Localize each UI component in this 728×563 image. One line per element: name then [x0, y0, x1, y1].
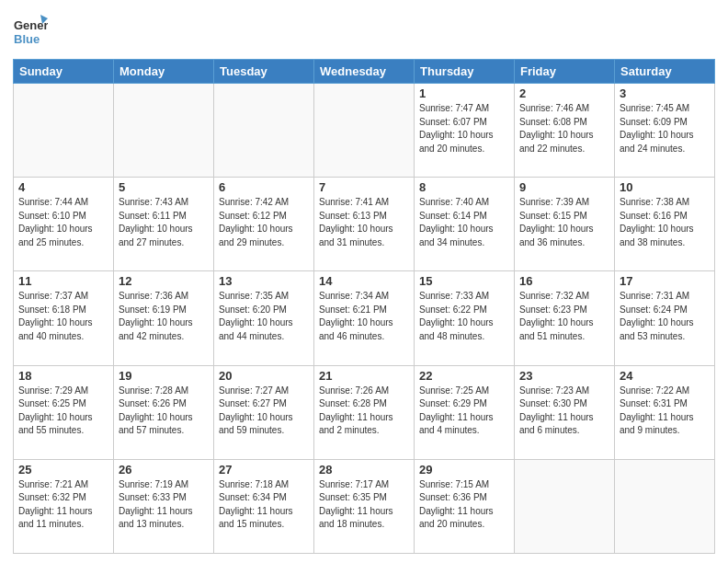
calendar-cell: 13Sunrise: 7:35 AM Sunset: 6:20 PM Dayli… [214, 271, 314, 365]
day-info: Sunrise: 7:23 AM Sunset: 6:30 PM Dayligh… [519, 385, 609, 438]
day-info: Sunrise: 7:21 AM Sunset: 6:32 PM Dayligh… [18, 478, 108, 532]
calendar-cell [14, 84, 114, 178]
day-info: Sunrise: 7:35 AM Sunset: 6:20 PM Dayligh… [219, 290, 309, 343]
day-number: 24 [620, 369, 710, 383]
calendar-cell: 12Sunrise: 7:36 AM Sunset: 6:19 PM Dayli… [114, 271, 214, 365]
day-number: 14 [319, 274, 409, 288]
header: General Blue [13, 9, 715, 53]
day-number: 27 [219, 463, 309, 477]
day-number: 22 [419, 369, 509, 383]
day-number: 23 [519, 369, 609, 383]
day-number: 12 [119, 274, 209, 288]
day-number: 21 [319, 369, 409, 383]
day-info: Sunrise: 7:33 AM Sunset: 6:22 PM Dayligh… [419, 290, 509, 343]
calendar-cell: 27Sunrise: 7:18 AM Sunset: 6:34 PM Dayli… [214, 459, 314, 553]
calendar-week-4: 18Sunrise: 7:29 AM Sunset: 6:25 PM Dayli… [14, 365, 715, 459]
day-number: 13 [219, 274, 309, 288]
calendar-header-saturday: Saturday [615, 60, 715, 84]
day-number: 25 [18, 463, 108, 477]
calendar-cell: 5Sunrise: 7:43 AM Sunset: 6:11 PM Daylig… [114, 178, 214, 271]
day-info: Sunrise: 7:17 AM Sunset: 6:35 PM Dayligh… [319, 478, 409, 532]
calendar-cell: 20Sunrise: 7:27 AM Sunset: 6:27 PM Dayli… [214, 365, 314, 459]
day-number: 15 [419, 274, 509, 288]
day-number: 10 [620, 180, 710, 194]
day-info: Sunrise: 7:25 AM Sunset: 6:29 PM Dayligh… [419, 385, 509, 438]
calendar-cell: 10Sunrise: 7:38 AM Sunset: 6:16 PM Dayli… [615, 178, 715, 271]
calendar-week-5: 25Sunrise: 7:21 AM Sunset: 6:32 PM Dayli… [14, 459, 715, 553]
calendar-cell [615, 459, 715, 553]
day-info: Sunrise: 7:41 AM Sunset: 6:13 PM Dayligh… [319, 196, 409, 249]
day-info: Sunrise: 7:31 AM Sunset: 6:24 PM Dayligh… [620, 290, 710, 343]
calendar-cell: 7Sunrise: 7:41 AM Sunset: 6:13 PM Daylig… [314, 178, 415, 271]
day-info: Sunrise: 7:15 AM Sunset: 6:36 PM Dayligh… [419, 478, 509, 532]
calendar-cell: 16Sunrise: 7:32 AM Sunset: 6:23 PM Dayli… [515, 271, 615, 365]
calendar-header-row: SundayMondayTuesdayWednesdayThursdayFrid… [14, 60, 715, 84]
logo-svg: General Blue [13, 13, 48, 53]
calendar-week-2: 4Sunrise: 7:44 AM Sunset: 6:10 PM Daylig… [14, 178, 715, 271]
calendar-cell: 3Sunrise: 7:45 AM Sunset: 6:09 PM Daylig… [615, 84, 715, 178]
day-info: Sunrise: 7:39 AM Sunset: 6:15 PM Dayligh… [519, 196, 609, 249]
calendar-cell: 17Sunrise: 7:31 AM Sunset: 6:24 PM Dayli… [615, 271, 715, 365]
day-number: 26 [119, 463, 209, 477]
calendar-cell: 6Sunrise: 7:42 AM Sunset: 6:12 PM Daylig… [214, 178, 314, 271]
calendar-cell: 9Sunrise: 7:39 AM Sunset: 6:15 PM Daylig… [515, 178, 615, 271]
day-number: 9 [519, 180, 609, 194]
day-number: 17 [620, 274, 710, 288]
day-number: 2 [519, 86, 609, 100]
calendar-cell: 22Sunrise: 7:25 AM Sunset: 6:29 PM Dayli… [415, 365, 515, 459]
day-number: 5 [119, 180, 209, 194]
calendar-cell [515, 459, 615, 553]
calendar-cell: 14Sunrise: 7:34 AM Sunset: 6:21 PM Dayli… [314, 271, 415, 365]
calendar-header-wednesday: Wednesday [314, 60, 415, 84]
calendar-cell: 11Sunrise: 7:37 AM Sunset: 6:18 PM Dayli… [14, 271, 114, 365]
day-info: Sunrise: 7:32 AM Sunset: 6:23 PM Dayligh… [519, 290, 609, 343]
day-info: Sunrise: 7:26 AM Sunset: 6:28 PM Dayligh… [319, 385, 409, 438]
day-info: Sunrise: 7:29 AM Sunset: 6:25 PM Dayligh… [18, 385, 108, 438]
day-number: 29 [419, 463, 509, 477]
day-number: 4 [18, 180, 108, 194]
logo: General Blue [13, 13, 48, 53]
day-info: Sunrise: 7:38 AM Sunset: 6:16 PM Dayligh… [620, 196, 710, 249]
calendar-cell [314, 84, 415, 178]
day-info: Sunrise: 7:34 AM Sunset: 6:21 PM Dayligh… [319, 290, 409, 343]
day-number: 28 [319, 463, 409, 477]
calendar-week-1: 1Sunrise: 7:47 AM Sunset: 6:07 PM Daylig… [14, 84, 715, 178]
day-info: Sunrise: 7:46 AM Sunset: 6:08 PM Dayligh… [519, 102, 609, 155]
calendar-cell: 19Sunrise: 7:28 AM Sunset: 6:26 PM Dayli… [114, 365, 214, 459]
day-number: 18 [18, 369, 108, 383]
day-info: Sunrise: 7:40 AM Sunset: 6:14 PM Dayligh… [419, 196, 509, 249]
day-number: 16 [519, 274, 609, 288]
calendar-cell: 8Sunrise: 7:40 AM Sunset: 6:14 PM Daylig… [415, 178, 515, 271]
calendar-cell: 26Sunrise: 7:19 AM Sunset: 6:33 PM Dayli… [114, 459, 214, 553]
calendar-cell: 2Sunrise: 7:46 AM Sunset: 6:08 PM Daylig… [515, 84, 615, 178]
calendar-cell: 23Sunrise: 7:23 AM Sunset: 6:30 PM Dayli… [515, 365, 615, 459]
day-info: Sunrise: 7:18 AM Sunset: 6:34 PM Dayligh… [219, 478, 309, 532]
day-info: Sunrise: 7:44 AM Sunset: 6:10 PM Dayligh… [18, 196, 108, 249]
calendar-cell [114, 84, 214, 178]
day-info: Sunrise: 7:36 AM Sunset: 6:19 PM Dayligh… [119, 290, 209, 343]
calendar-cell: 4Sunrise: 7:44 AM Sunset: 6:10 PM Daylig… [14, 178, 114, 271]
calendar-header-thursday: Thursday [415, 60, 515, 84]
calendar-cell: 21Sunrise: 7:26 AM Sunset: 6:28 PM Dayli… [314, 365, 415, 459]
day-info: Sunrise: 7:19 AM Sunset: 6:33 PM Dayligh… [119, 478, 209, 532]
page: General Blue SundayMondayTuesdayWednesda… [0, 0, 728, 563]
calendar-cell: 24Sunrise: 7:22 AM Sunset: 6:31 PM Dayli… [615, 365, 715, 459]
day-number: 6 [219, 180, 309, 194]
calendar-cell: 1Sunrise: 7:47 AM Sunset: 6:07 PM Daylig… [415, 84, 515, 178]
calendar-week-3: 11Sunrise: 7:37 AM Sunset: 6:18 PM Dayli… [14, 271, 715, 365]
day-number: 3 [620, 86, 710, 100]
calendar-table: SundayMondayTuesdayWednesdayThursdayFrid… [13, 59, 715, 554]
day-number: 19 [119, 369, 209, 383]
calendar-header-friday: Friday [515, 60, 615, 84]
day-number: 11 [18, 274, 108, 288]
calendar-header-monday: Monday [114, 60, 214, 84]
day-number: 20 [219, 369, 309, 383]
calendar-header-tuesday: Tuesday [214, 60, 314, 84]
calendar-cell: 18Sunrise: 7:29 AM Sunset: 6:25 PM Dayli… [14, 365, 114, 459]
day-number: 8 [419, 180, 509, 194]
calendar-cell [214, 84, 314, 178]
day-info: Sunrise: 7:42 AM Sunset: 6:12 PM Dayligh… [219, 196, 309, 249]
calendar-cell: 28Sunrise: 7:17 AM Sunset: 6:35 PM Dayli… [314, 459, 415, 553]
calendar-cell: 15Sunrise: 7:33 AM Sunset: 6:22 PM Dayli… [415, 271, 515, 365]
day-info: Sunrise: 7:27 AM Sunset: 6:27 PM Dayligh… [219, 385, 309, 438]
